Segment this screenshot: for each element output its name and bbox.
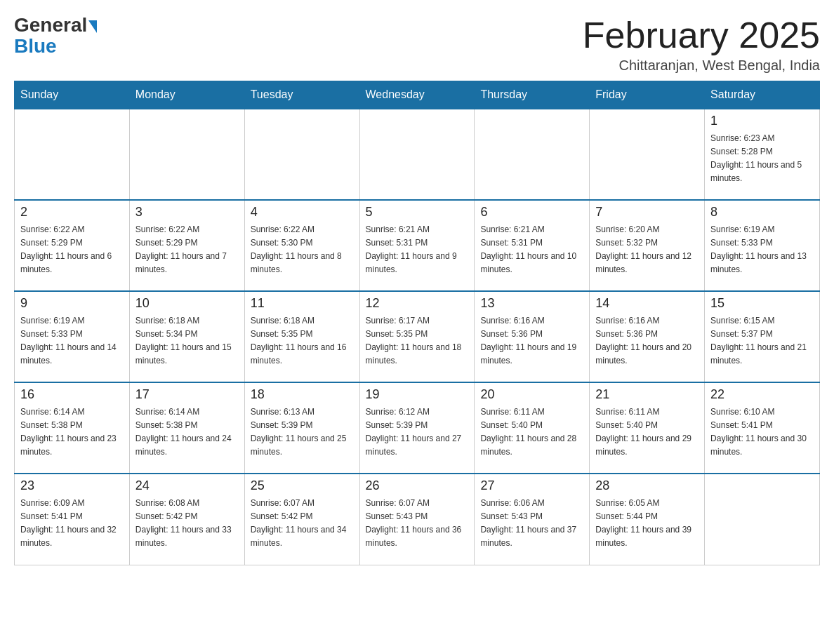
day-number: 5 (366, 205, 469, 220)
calendar-cell: 14 Sunrise: 6:16 AMSunset: 5:36 PMDaylig… (590, 291, 705, 382)
day-number: 25 (251, 478, 354, 493)
day-number: 24 (135, 478, 239, 493)
calendar-cell: 19 Sunrise: 6:12 AMSunset: 5:39 PMDaylig… (359, 382, 475, 474)
calendar-cell (359, 109, 475, 200)
calendar-cell: 10 Sunrise: 6:18 AMSunset: 5:34 PMDaylig… (129, 291, 244, 382)
day-number: 28 (595, 478, 699, 493)
calendar-cell: 24 Sunrise: 6:08 AMSunset: 5:42 PMDaylig… (129, 474, 244, 565)
day-info: Sunrise: 6:06 AMSunset: 5:43 PMDaylight:… (480, 498, 576, 548)
day-number: 19 (366, 387, 469, 402)
calendar-cell: 17 Sunrise: 6:14 AMSunset: 5:38 PMDaylig… (129, 382, 244, 474)
week-row-5: 23 Sunrise: 6:09 AMSunset: 5:41 PMDaylig… (15, 474, 820, 565)
day-info: Sunrise: 6:08 AMSunset: 5:42 PMDaylight:… (135, 498, 232, 548)
day-number: 12 (366, 296, 469, 311)
day-number: 8 (710, 205, 814, 220)
day-info: Sunrise: 6:07 AMSunset: 5:42 PMDaylight:… (251, 498, 347, 548)
logo-blue-text: Blue (14, 35, 57, 58)
week-row-3: 9 Sunrise: 6:19 AMSunset: 5:33 PMDayligh… (15, 291, 820, 382)
day-info: Sunrise: 6:18 AMSunset: 5:35 PMDaylight:… (251, 316, 347, 365)
day-info: Sunrise: 6:22 AMSunset: 5:30 PMDaylight:… (251, 224, 342, 274)
month-title: February 2025 (583, 14, 820, 56)
day-info: Sunrise: 6:14 AMSunset: 5:38 PMDaylight:… (20, 407, 117, 457)
day-number: 22 (710, 387, 814, 402)
day-info: Sunrise: 6:15 AMSunset: 5:37 PMDaylight:… (710, 316, 807, 365)
logo-arrow-icon (88, 20, 97, 33)
day-info: Sunrise: 6:18 AMSunset: 5:34 PMDaylight:… (135, 316, 232, 365)
calendar-cell: 26 Sunrise: 6:07 AMSunset: 5:43 PMDaylig… (359, 474, 475, 565)
title-section: February 2025 Chittaranjan, West Bengal,… (583, 14, 820, 74)
header-monday: Monday (129, 81, 244, 109)
week-row-1: 1 Sunrise: 6:23 AMSunset: 5:28 PMDayligh… (15, 109, 820, 200)
weekday-header-row: Sunday Monday Tuesday Wednesday Thursday… (15, 81, 820, 109)
week-row-2: 2 Sunrise: 6:22 AMSunset: 5:29 PMDayligh… (15, 200, 820, 291)
day-info: Sunrise: 6:10 AMSunset: 5:41 PMDaylight:… (710, 407, 807, 457)
calendar-cell: 5 Sunrise: 6:21 AMSunset: 5:31 PMDayligh… (359, 200, 475, 291)
day-number: 15 (710, 296, 814, 311)
day-info: Sunrise: 6:07 AMSunset: 5:43 PMDaylight:… (366, 498, 462, 548)
header-wednesday: Wednesday (359, 81, 475, 109)
day-info: Sunrise: 6:11 AMSunset: 5:40 PMDaylight:… (480, 407, 576, 457)
day-number: 6 (480, 205, 583, 220)
day-info: Sunrise: 6:22 AMSunset: 5:29 PMDaylight:… (20, 224, 112, 274)
calendar-cell (705, 474, 820, 565)
calendar-cell: 23 Sunrise: 6:09 AMSunset: 5:41 PMDaylig… (15, 474, 130, 565)
day-info: Sunrise: 6:13 AMSunset: 5:39 PMDaylight:… (251, 407, 347, 457)
day-info: Sunrise: 6:14 AMSunset: 5:38 PMDaylight:… (135, 407, 232, 457)
day-number: 17 (135, 387, 239, 402)
calendar-cell: 1 Sunrise: 6:23 AMSunset: 5:28 PMDayligh… (705, 109, 820, 200)
day-info: Sunrise: 6:12 AMSunset: 5:39 PMDaylight:… (366, 407, 462, 457)
day-number: 10 (135, 296, 239, 311)
calendar-cell: 6 Sunrise: 6:21 AMSunset: 5:31 PMDayligh… (475, 200, 590, 291)
day-number: 11 (251, 296, 354, 311)
day-number: 23 (20, 478, 124, 493)
calendar-cell (590, 109, 705, 200)
logo-general-text: General (14, 14, 87, 36)
day-info: Sunrise: 6:16 AMSunset: 5:36 PMDaylight:… (480, 316, 576, 365)
calendar-table: Sunday Monday Tuesday Wednesday Thursday… (14, 81, 820, 565)
day-info: Sunrise: 6:09 AMSunset: 5:41 PMDaylight:… (20, 498, 117, 548)
calendar-cell (244, 109, 359, 200)
day-info: Sunrise: 6:11 AMSunset: 5:40 PMDaylight:… (595, 407, 691, 457)
calendar-cell: 27 Sunrise: 6:06 AMSunset: 5:43 PMDaylig… (475, 474, 590, 565)
day-number: 27 (480, 478, 583, 493)
day-number: 3 (135, 205, 239, 220)
calendar-cell: 12 Sunrise: 6:17 AMSunset: 5:35 PMDaylig… (359, 291, 475, 382)
day-number: 1 (710, 114, 814, 128)
calendar-cell: 7 Sunrise: 6:20 AMSunset: 5:32 PMDayligh… (590, 200, 705, 291)
day-number: 2 (20, 205, 124, 220)
day-number: 4 (251, 205, 354, 220)
calendar-cell: 21 Sunrise: 6:11 AMSunset: 5:40 PMDaylig… (590, 382, 705, 474)
day-info: Sunrise: 6:05 AMSunset: 5:44 PMDaylight:… (595, 498, 691, 548)
header-saturday: Saturday (705, 81, 820, 109)
calendar-cell: 2 Sunrise: 6:22 AMSunset: 5:29 PMDayligh… (15, 200, 130, 291)
calendar-cell: 8 Sunrise: 6:19 AMSunset: 5:33 PMDayligh… (705, 200, 820, 291)
calendar-cell: 9 Sunrise: 6:19 AMSunset: 5:33 PMDayligh… (15, 291, 130, 382)
header-friday: Friday (590, 81, 705, 109)
day-info: Sunrise: 6:19 AMSunset: 5:33 PMDaylight:… (20, 316, 117, 365)
day-number: 13 (480, 296, 583, 311)
calendar-cell: 11 Sunrise: 6:18 AMSunset: 5:35 PMDaylig… (244, 291, 359, 382)
calendar-cell: 4 Sunrise: 6:22 AMSunset: 5:30 PMDayligh… (244, 200, 359, 291)
day-info: Sunrise: 6:21 AMSunset: 5:31 PMDaylight:… (480, 224, 576, 274)
day-info: Sunrise: 6:23 AMSunset: 5:28 PMDaylight:… (710, 133, 802, 183)
calendar-cell: 3 Sunrise: 6:22 AMSunset: 5:29 PMDayligh… (129, 200, 244, 291)
calendar-cell: 18 Sunrise: 6:13 AMSunset: 5:39 PMDaylig… (244, 382, 359, 474)
calendar-cell: 15 Sunrise: 6:15 AMSunset: 5:37 PMDaylig… (705, 291, 820, 382)
day-number: 18 (251, 387, 354, 402)
day-number: 7 (595, 205, 699, 220)
day-info: Sunrise: 6:17 AMSunset: 5:35 PMDaylight:… (366, 316, 462, 365)
day-number: 20 (480, 387, 583, 402)
calendar-cell (475, 109, 590, 200)
day-number: 16 (20, 387, 124, 402)
day-info: Sunrise: 6:21 AMSunset: 5:31 PMDaylight:… (366, 224, 457, 274)
calendar-cell: 25 Sunrise: 6:07 AMSunset: 5:42 PMDaylig… (244, 474, 359, 565)
header-sunday: Sunday (15, 81, 130, 109)
day-number: 26 (366, 478, 469, 493)
header-tuesday: Tuesday (244, 81, 359, 109)
day-number: 14 (595, 296, 699, 311)
calendar-cell (129, 109, 244, 200)
calendar-cell: 28 Sunrise: 6:05 AMSunset: 5:44 PMDaylig… (590, 474, 705, 565)
calendar-cell: 22 Sunrise: 6:10 AMSunset: 5:41 PMDaylig… (705, 382, 820, 474)
day-info: Sunrise: 6:20 AMSunset: 5:32 PMDaylight:… (595, 224, 691, 274)
logo: General Blue (14, 14, 97, 58)
